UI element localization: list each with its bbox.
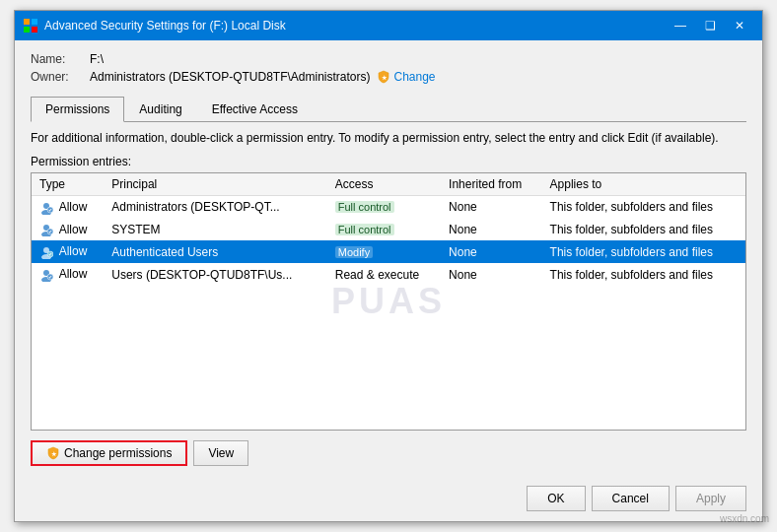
svg-text:✔: ✔	[48, 251, 52, 257]
window-title: Advanced Security Settings for (F:) Loca…	[44, 19, 666, 33]
col-principal: Principal	[104, 173, 327, 196]
table-header-row: Type Principal Access Inherited from App…	[32, 173, 745, 196]
name-label: Name:	[31, 52, 90, 66]
permission-table-wrapper: PUAS Type Principal Access Inherited fro…	[31, 172, 746, 431]
cell-principal: SYSTEM	[104, 219, 327, 241]
view-button[interactable]: View	[193, 440, 248, 466]
close-button[interactable]: ✕	[725, 11, 754, 40]
user-icon: ✔	[39, 245, 53, 259]
tab-auditing[interactable]: Auditing	[124, 97, 196, 122]
table-row[interactable]: ✔ Allow Administrators (DESKTOP-QT... Fu…	[32, 195, 745, 218]
tab-effective-access[interactable]: Effective Access	[197, 97, 313, 122]
svg-text:✔: ✔	[48, 207, 52, 213]
svg-rect-1	[32, 19, 37, 25]
cell-applies: This folder, subfolders and files	[542, 195, 745, 218]
cell-inherited: None	[441, 240, 541, 263]
owner-row: Owner: Administrators (DESKTOP-QTUD8TF\A…	[31, 70, 746, 84]
owner-value: Administrators (DESKTOP-QTUD8TF\Administ…	[90, 70, 371, 84]
table-row[interactable]: ✔ Allow SYSTEM Full control None This fo…	[32, 219, 745, 241]
tab-permissions[interactable]: Permissions	[31, 97, 124, 122]
col-access: Access	[327, 173, 441, 196]
title-bar: Advanced Security Settings for (F:) Loca…	[15, 11, 762, 40]
watermark: PUAS	[331, 281, 446, 322]
permission-table: Type Principal Access Inherited from App…	[32, 173, 745, 286]
change-permissions-button[interactable]: ★ Change permissions	[31, 440, 187, 466]
owner-label: Owner:	[31, 70, 90, 84]
cell-inherited: None	[441, 195, 541, 218]
bottom-buttons: ★ Change permissions View	[31, 440, 746, 466]
table-row[interactable]: ✔ Allow Users (DESKTOP-QTUD8TF\Us... Rea…	[32, 263, 745, 286]
content-area: Name: F:\ Owner: Administrators (DESKTOP…	[15, 40, 762, 478]
cell-principal: Administrators (DESKTOP-QT...	[104, 195, 327, 218]
col-inherited: Inherited from	[441, 173, 541, 196]
cell-access: Full control	[327, 219, 441, 241]
title-controls: — ❑ ✕	[666, 11, 754, 40]
shield-change-icon: ★	[46, 446, 60, 460]
cell-access: Full control	[327, 195, 441, 218]
svg-text:✔: ✔	[48, 274, 52, 280]
table-row[interactable]: ✔ Allow Authenticated Users Modify None …	[32, 240, 745, 263]
cell-principal: Authenticated Users	[104, 240, 327, 263]
name-value: F:\	[90, 52, 104, 66]
cell-access: Read & execute	[327, 263, 441, 286]
cell-access: Modify	[327, 240, 441, 263]
window-icon	[23, 18, 38, 33]
svg-rect-3	[32, 27, 37, 33]
section-label: Permission entries:	[31, 155, 746, 168]
minimize-button[interactable]: —	[666, 11, 695, 40]
ok-button[interactable]: OK	[527, 486, 585, 511]
cell-inherited: None	[441, 263, 541, 286]
wsxdn-logo: wsxdn.com	[720, 513, 769, 524]
svg-rect-2	[24, 27, 30, 33]
cell-type: ✔ Allow	[32, 240, 104, 263]
col-type: Type	[32, 173, 104, 196]
window: Advanced Security Settings for (F:) Loca…	[14, 10, 763, 522]
name-row: Name: F:\	[31, 52, 746, 66]
cell-applies: This folder, subfolders and files	[542, 240, 745, 263]
user-icon: ✔	[39, 268, 53, 282]
svg-text:✔: ✔	[48, 229, 52, 234]
maximize-button[interactable]: ❑	[695, 11, 725, 40]
description-text: For additional information, double-click…	[31, 130, 746, 147]
cancel-button[interactable]: Cancel	[592, 486, 670, 511]
cell-applies: This folder, subfolders and files	[542, 263, 745, 286]
cell-type: ✔ Allow	[32, 195, 104, 218]
tab-bar: Permissions Auditing Effective Access	[31, 96, 746, 122]
user-icon: ✔	[39, 201, 53, 215]
cell-type: ✔ Allow	[32, 219, 104, 241]
cell-principal: Users (DESKTOP-QTUD8TF\Us...	[104, 263, 327, 286]
cell-inherited: None	[441, 219, 541, 241]
apply-button[interactable]: Apply	[675, 486, 746, 511]
change-owner-link[interactable]: ★ Change	[377, 70, 436, 84]
col-applies: Applies to	[542, 173, 745, 196]
ok-cancel-row: OK Cancel Apply	[15, 478, 762, 521]
shield-icon: ★	[377, 70, 390, 84]
user-icon: ✔	[39, 223, 53, 236]
cell-type: ✔ Allow	[32, 263, 104, 286]
svg-rect-0	[24, 19, 30, 25]
cell-applies: This folder, subfolders and files	[542, 219, 745, 241]
